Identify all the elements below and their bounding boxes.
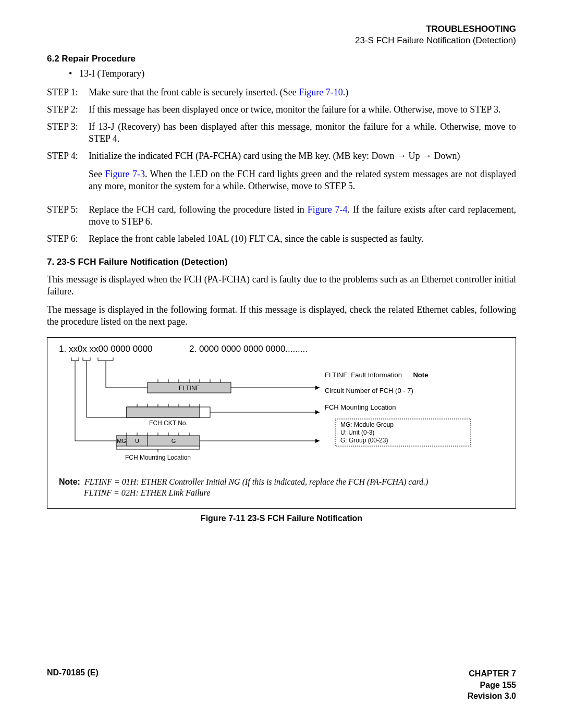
right-desc-3: FCH Mounting Location: [325, 403, 396, 411]
step-1: STEP 1: Make sure that the front cable i…: [47, 87, 516, 98]
box-line-1: MG: Module Group: [340, 421, 394, 428]
step-2-text: If this message has been displayed once …: [89, 104, 516, 116]
chapter-title: TROUBLESHOOTING: [47, 23, 516, 35]
link-figure-7-3[interactable]: Figure 7-3: [105, 169, 144, 179]
fch-mount-block: MG U G FCH Mounting Location: [75, 433, 320, 461]
step-4-text: Initialize the indicated FCH (PA-FCHA) c…: [89, 150, 516, 199]
step-5-text: Replace the FCH card, following the proc…: [89, 204, 516, 228]
section-6-2-heading: 6.2 Repair Procedure: [47, 54, 516, 64]
step-4: STEP 4: Initialize the indicated FCH (PA…: [47, 150, 516, 199]
link-figure-7-4[interactable]: Figure 7-4: [308, 204, 348, 215]
svg-rect-36: [116, 436, 200, 446]
step-6: STEP 6: Replace the front cable labeled …: [47, 233, 516, 245]
arrow-icon: →: [422, 151, 432, 161]
step-5: STEP 5: Replace the FCH card, following …: [47, 204, 516, 228]
figure-line-1: 1. xx0x xx00 0000 0000: [59, 344, 189, 354]
step-5-label: STEP 5:: [47, 204, 89, 228]
svg-marker-34: [315, 410, 320, 414]
page-footer: ND-70185 (E) CHAPTER 7 Page 155 Revision…: [47, 668, 516, 702]
fch-ckt-no-label: FCH CKT No.: [149, 419, 188, 427]
step-3-text: If 13-J (Recovery) has been displayed af…: [89, 121, 516, 145]
u-label: U: [135, 438, 139, 444]
figure-svg: FLTINF FCH CKT No.: [59, 357, 502, 467]
figure-note-line-2: FLTINF = 02H: ETHER Link Failure: [84, 488, 210, 497]
box-line-3: G: Group (00-23): [340, 437, 388, 444]
figure-line-2: 2. 0000 0000 0000 0000.........: [189, 344, 504, 354]
figure-7-11-box: 1. xx0x xx00 0000 0000 2. 0000 0000 0000…: [47, 337, 516, 509]
figure-note-label: Note:: [59, 477, 80, 486]
figure-data-lines: 1. xx0x xx00 0000 0000 2. 0000 0000 0000…: [59, 344, 504, 354]
figure-note-line-1: FLTINF = 01H: ETHER Controller Initial N…: [84, 477, 428, 486]
mg-label: MG: [117, 438, 126, 444]
footer-chapter: CHAPTER 7: [468, 668, 516, 680]
step-6-label: STEP 6:: [47, 233, 89, 245]
box-line-2: U: Unit (0-3): [340, 429, 374, 436]
fltinf-label: FLTINF: [179, 385, 200, 392]
fch-ckt-block: FCH CKT No.: [87, 404, 320, 427]
fch-mount-label: FCH Mounting Location: [125, 454, 191, 461]
page-header: TROUBLESHOOTING 23-S FCH Failure Notific…: [47, 23, 516, 46]
fltinf-block: FLTINF: [106, 379, 320, 393]
figure-7-11-caption: Figure 7-11 23-S FCH Failure Notificatio…: [47, 514, 516, 523]
step-2: STEP 2: If this message has been display…: [47, 104, 516, 116]
header-subtitle: 23-S FCH Failure Notification (Detection…: [47, 35, 516, 46]
section-7-para-2: The message is displayed in the followin…: [47, 304, 516, 328]
step-3: STEP 3: If 13-J (Recovery) has been disp…: [47, 121, 516, 145]
right-desc-1: FLTINF: Fault Information Note: [325, 371, 428, 379]
footer-revision: Revision 3.0: [468, 690, 516, 702]
figure-note: Note: FLTINF = 01H: ETHER Controller Ini…: [59, 476, 504, 499]
svg-rect-25: [127, 407, 200, 417]
g-label: G: [172, 438, 176, 444]
section-7-para-1: This message is displayed when the FCH (…: [47, 274, 516, 298]
link-figure-7-10[interactable]: Figure 7-10: [299, 87, 343, 97]
section-7-heading: 7. 23-S FCH Failure Notification (Detect…: [47, 257, 516, 267]
step-3-label: STEP 3:: [47, 121, 89, 145]
page: TROUBLESHOOTING 23-S FCH Failure Notific…: [0, 0, 563, 728]
footer-doc-id: ND-70185 (E): [47, 668, 99, 702]
footer-page: Page 155: [468, 680, 516, 691]
right-desc-2: Circuit Number of FCH (0 - 7): [325, 387, 413, 394]
bullet-icon: •: [47, 68, 79, 79]
step-4-label: STEP 4:: [47, 150, 89, 199]
bullet-text: 13-I (Temporary): [79, 68, 144, 79]
svg-marker-22: [315, 386, 320, 390]
arrow-icon: →: [397, 151, 406, 161]
step-6-text: Replace the front cable labeled 10AL (10…: [89, 233, 516, 245]
svg-marker-51: [315, 439, 320, 443]
step-1-text: Make sure that the front cable is secure…: [89, 87, 516, 98]
bullet-13-I: • 13-I (Temporary): [47, 68, 516, 79]
step-2-label: STEP 2:: [47, 104, 89, 116]
figure-diagram: FLTINF FCH CKT No.: [59, 357, 504, 469]
step-1-label: STEP 1:: [47, 87, 89, 98]
